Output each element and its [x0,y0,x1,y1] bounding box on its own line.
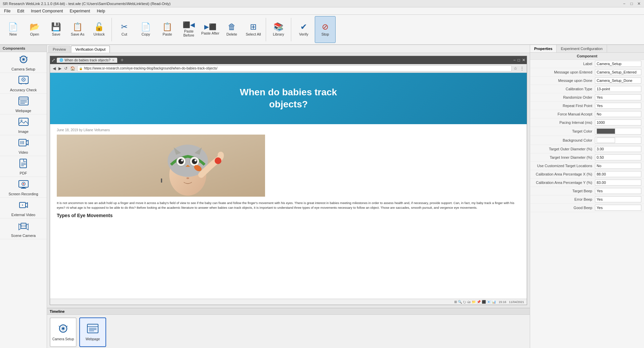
open-button[interactable]: 📂 Open [24,16,45,43]
prop-value-custom-locations[interactable]: No [595,163,641,169]
browser-close-button[interactable]: ✕ [522,58,525,62]
forward-button[interactable]: ▶ [58,65,62,71]
property-message-done-row: Message upon Done Camera_Setup_Done [530,77,644,85]
menu-insert-component[interactable]: Insert Component [28,8,66,14]
webpage-icon [18,96,29,108]
svg-rect-11 [19,97,28,105]
component-camera-setup[interactable]: Camera Setup [0,52,47,73]
component-video[interactable]: Video [0,135,47,156]
browser-min-button[interactable]: − [513,58,516,62]
verify-button[interactable]: ✔ Verify [293,16,314,43]
prop-label-message-entered: Message upon Entered [533,70,595,74]
browser-menu-icon[interactable]: ⋮ [519,65,525,71]
prop-label-pacing-interval: Pacing Interval (ms) [533,120,595,125]
save-as-button[interactable]: 📋 Save As [67,16,88,43]
copy-label: Copy [141,32,150,36]
tab-properties[interactable]: Properties [530,45,557,52]
tab-verification-output[interactable]: Verification Output [71,46,110,53]
url-bar[interactable]: 🔒 https://www.sr-research.com/eye-tracki… [77,65,512,71]
target-color-swatch[interactable] [597,129,615,134]
browser-tab-close[interactable]: ✕ [112,58,115,62]
prop-value-target-inner[interactable]: 0.50 [595,154,641,160]
maximize-button[interactable]: □ [629,1,634,6]
paste-after-icon: ▶⬛ [204,24,216,30]
menu-experiment[interactable]: Experiment [67,8,93,14]
prop-value-randomize-order[interactable]: Yes [595,94,641,100]
timeline-header: Timeline [47,308,530,315]
prop-value-target-color[interactable] [595,128,641,135]
component-webpage[interactable]: Webpage [0,94,47,114]
close-button[interactable]: ✕ [637,1,641,6]
cut-icon: ✂ [121,23,128,31]
tab-preview[interactable]: Preview [48,46,70,53]
reload-button[interactable]: ↺ [63,65,68,71]
timeline-webpage-label: Webpage [86,337,100,341]
home-button[interactable]: 🏠 [70,65,76,71]
stop-button[interactable]: ⊘ Stop [315,16,336,43]
verify-icon: ✔ [300,23,307,31]
component-section-header: Component [530,53,644,60]
browser-window-controls: − □ ✕ [513,58,525,62]
prop-value-cal-area-x[interactable]: 88.00 [595,171,641,177]
cut-button[interactable]: ✂ Cut [114,16,135,43]
delete-button[interactable]: 🗑 Delete [221,16,242,43]
prop-value-background-color[interactable] [595,137,641,144]
select-all-button[interactable]: ⊞ Select All [243,16,264,43]
expand-icon[interactable]: ⤢ [51,57,55,63]
back-button[interactable]: ◀ [52,65,56,71]
paste-icon: 📋 [162,23,172,31]
select-all-label: Select All [246,32,261,36]
prop-value-error-beep[interactable]: Yes [595,196,641,202]
component-image[interactable]: Image [0,114,47,135]
stop-icon: ⊘ [322,23,329,31]
timeline-item-camera-setup[interactable]: Camera Setup [50,317,77,347]
prop-value-target-outer[interactable]: 3.00 [595,146,641,152]
prop-value-message-done[interactable]: Camera_Setup_Done [595,78,641,84]
component-accuracy-check[interactable]: Accuracy Check [0,73,47,94]
component-pdf[interactable]: PDF [0,156,47,177]
new-tab-button[interactable]: + [119,57,126,63]
prop-value-pacing-interval[interactable]: 1000 [595,119,641,126]
timeline-item-webpage[interactable]: Webpage [79,317,106,347]
property-cal-area-x-row: Calibration Area Percentage X (%) 88.00 [530,170,644,179]
background-color-swatch[interactable] [597,138,615,143]
menu-file[interactable]: File [1,8,13,14]
prop-value-cal-area-y[interactable]: 83.00 [595,180,641,186]
save-button[interactable]: 💾 Save [46,16,67,43]
components-header: Components [0,45,47,52]
prop-value-repeat-first[interactable]: Yes [595,103,641,109]
browser-max-button[interactable]: □ [518,58,520,62]
library-icon: 📚 [273,23,284,31]
tab-experiment-configuration[interactable]: Experiment Configuration [557,45,607,52]
prop-value-label[interactable]: Camera_Setup [595,61,641,67]
property-label-row: Label Camera_Setup [530,60,644,68]
image-icon [18,117,29,129]
unlock-button[interactable]: 🔓 Unlock [89,16,110,43]
library-button[interactable]: 📚 Library [268,16,289,43]
prop-value-target-beep[interactable]: Yes [595,188,641,194]
webpage-body: June 18, 2019 by Liliane Veltumans [50,124,527,225]
bookmark-icon[interactable]: ☆ [513,65,518,71]
prop-value-calibration-type[interactable]: 13-point [595,86,641,92]
save-as-label: Save As [71,32,84,36]
paste-before-button[interactable]: ⬛◀ Paste Before [178,16,199,43]
copy-button[interactable]: 📄 Copy [135,16,156,43]
video-icon [18,138,29,150]
component-screen-recording[interactable]: Screen Recording [0,177,47,198]
paste-after-button[interactable]: ▶⬛ Paste After [200,16,221,43]
menu-edit[interactable]: Edit [14,8,27,14]
browser-tab-item[interactable]: 🌐 When do babies track objects? ✕ [57,58,117,63]
menu-help[interactable]: Help [94,8,108,14]
paste-button[interactable]: 📋 Paste [157,16,178,43]
prop-value-good-beep[interactable]: Yes [595,205,641,211]
minimize-button[interactable]: − [622,1,627,6]
prop-value-message-entered[interactable]: Camera_Setup_Entered [595,69,641,75]
component-external-video[interactable]: External Video [0,198,47,218]
component-scene-camera[interactable]: Scene Camera [0,218,47,239]
external-video-icon [18,200,29,212]
prop-value-force-manual[interactable]: No [595,111,641,117]
browser-nav-expand: ⤢ [51,57,55,63]
new-button[interactable]: 📄 New [3,16,24,43]
property-repeat-first-row: Repeat First Point Yes [530,102,644,110]
save-icon: 💾 [51,23,61,31]
